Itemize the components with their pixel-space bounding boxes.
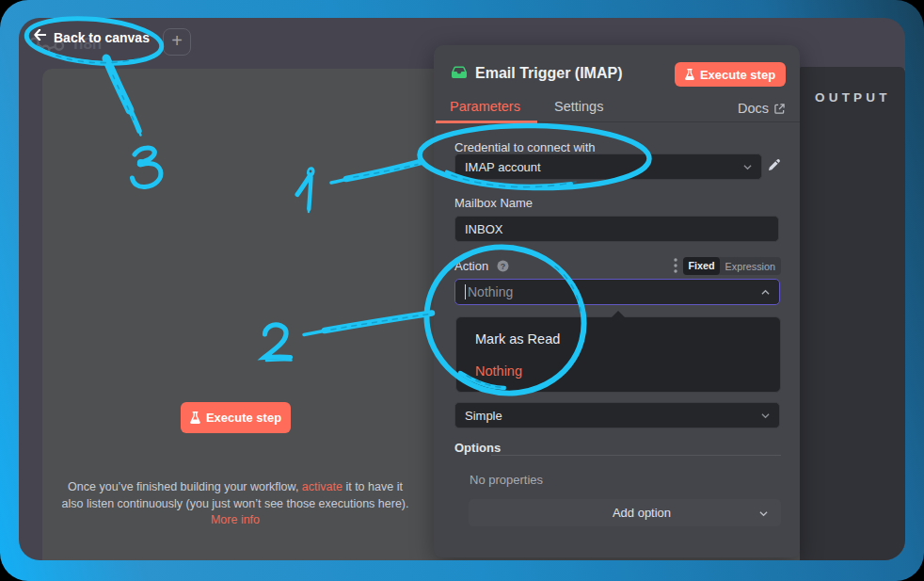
svg-text:?: ? bbox=[501, 262, 506, 271]
